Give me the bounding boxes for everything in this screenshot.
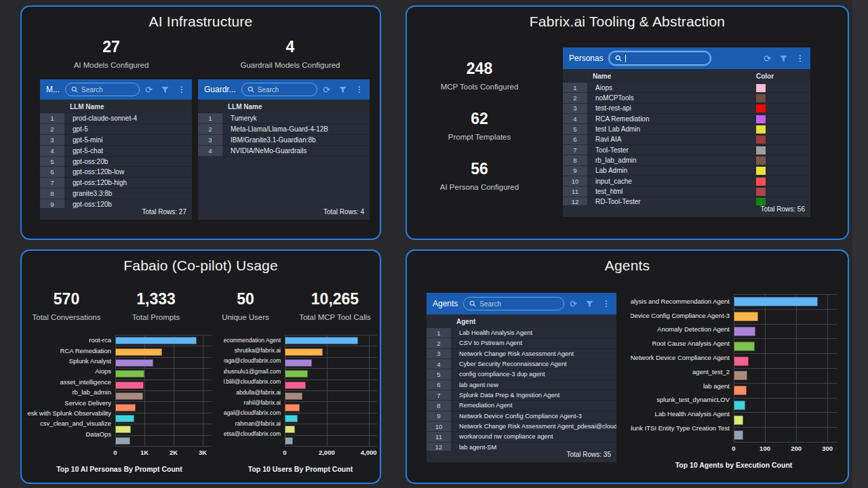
table-row[interactable]: 11test_html (563, 186, 810, 197)
table-row[interactable]: 2noMCPTools (563, 93, 810, 103)
chart-category-label: Splunk Analyst (27, 356, 115, 366)
bar[interactable] (734, 415, 743, 425)
table-row[interactable]: 7Splunk Data Prep & Ingestion Agent (427, 390, 616, 401)
search-input[interactable]: Search (241, 83, 317, 96)
search-input[interactable]: Search (65, 83, 140, 96)
bar[interactable] (285, 404, 300, 411)
search-input[interactable]: Search (463, 297, 564, 310)
chart-bar-row (115, 391, 212, 402)
bar[interactable] (115, 382, 144, 389)
bar[interactable] (115, 348, 162, 356)
bar[interactable] (285, 370, 308, 378)
bar[interactable] (734, 371, 747, 380)
refresh-icon[interactable]: ⟳ (323, 85, 330, 94)
table-row[interactable]: 10Network Change Risk Assessment Agent_p… (427, 422, 616, 432)
table-row[interactable]: 5test Lab Admin (563, 124, 810, 134)
table-row[interactable]: 12RD-Tool-Tester (563, 197, 810, 205)
kebab-menu-icon[interactable]: ⋮ (178, 85, 186, 94)
table-row[interactable]: 5gpt-oss:20b (40, 157, 192, 167)
table-row[interactable]: 9Network Device Config Compliance Agent-… (427, 411, 616, 422)
table-row[interactable]: 4gpt-5-chat (40, 146, 192, 157)
filter-icon[interactable] (161, 86, 169, 94)
table-row[interactable]: 5config compliance-3 dup agent (427, 369, 616, 380)
stat-ai-models: 27 AI Models Configured (22, 38, 201, 69)
bar[interactable] (115, 392, 143, 400)
refresh-icon[interactable]: ⟳ (764, 54, 771, 63)
color-chip (756, 136, 766, 144)
bar[interactable] (285, 382, 306, 389)
bar[interactable] (285, 426, 295, 433)
bar[interactable] (115, 426, 131, 433)
stat-label: Unique Users (222, 313, 269, 321)
table-row[interactable]: 9gpt-oss:120b (40, 199, 192, 208)
bar[interactable] (285, 415, 298, 422)
bar[interactable] (115, 404, 136, 411)
table-row[interactable]: 1Tumeryk (198, 113, 370, 124)
table-row[interactable]: 1Aiops (563, 83, 810, 93)
table-row[interactable]: 1Lab Health Analysis Agent (427, 328, 616, 338)
bar[interactable] (115, 415, 134, 422)
stat-value: 1,333 (136, 290, 176, 308)
table-row[interactable]: 3Network Change Risk Assessment Agent (427, 349, 616, 359)
bar[interactable] (734, 401, 745, 410)
bar[interactable] (734, 327, 755, 336)
row-label: CSV to Pstream Agent (451, 338, 616, 348)
table-row[interactable]: 2gpt-5 (40, 124, 192, 135)
bar[interactable] (734, 357, 749, 366)
refresh-icon[interactable]: ⟳ (570, 300, 577, 308)
bar[interactable] (115, 359, 153, 367)
row-label: lab agent new (451, 380, 616, 390)
table-row[interactable]: 7Tool-Tester (563, 145, 810, 155)
table-row[interactable]: 4RCA Remediation (563, 114, 810, 124)
kebab-menu-icon[interactable]: ⋮ (602, 300, 610, 308)
filter-icon[interactable] (339, 86, 347, 94)
kebab-menu-icon[interactable]: ⋮ (355, 85, 363, 94)
bar[interactable] (115, 337, 197, 344)
table-row[interactable]: 12lab agent-SM (427, 443, 616, 451)
table-row[interactable]: 11workaround nw compliance agent (427, 432, 616, 442)
table-row[interactable]: 2Meta-Llama/Llama-Guard-4-12B (198, 124, 370, 135)
bar[interactable] (285, 437, 293, 445)
chart-category-label: .hanagal@cloudfabrix.com (224, 408, 285, 418)
row-index: 9 (40, 199, 64, 208)
row-label: rb_lab_admin (587, 155, 810, 165)
toolbar-icons: ⟳ ⋮ (145, 85, 186, 94)
table-row[interactable]: 10input_cache (563, 176, 810, 186)
bar[interactable] (285, 359, 312, 367)
filter-icon[interactable] (780, 55, 787, 62)
table-row[interactable]: 6gpt-oss:120b-low (40, 167, 192, 178)
table-row[interactable]: 8Remediation Agent (427, 401, 616, 411)
table-row[interactable]: 3test-rest-api (563, 104, 810, 114)
chart-bar-row (115, 402, 212, 413)
bar[interactable] (115, 437, 130, 445)
bar[interactable] (734, 386, 747, 395)
bar[interactable] (734, 297, 818, 306)
bar[interactable] (734, 430, 743, 440)
table-row[interactable]: 4NVIDIA/NeMo-Guardrails (198, 146, 370, 157)
chart-bar-row (734, 354, 837, 369)
kebab-menu-icon[interactable]: ⋮ (796, 54, 804, 62)
table-row[interactable]: 3IBM/Granite3.1-Guardian:8b (198, 135, 370, 146)
row-index: 4 (198, 146, 222, 157)
bar[interactable] (734, 312, 758, 321)
bar[interactable] (115, 370, 144, 378)
bar[interactable] (285, 348, 323, 356)
bar[interactable] (285, 337, 358, 344)
table-row[interactable]: 1prod-claude-sonnet-4 (40, 113, 192, 124)
table-row[interactable]: 9Lab Admin (563, 166, 810, 176)
table-row[interactable]: 7gpt-oss:120b-high (40, 178, 192, 188)
bar[interactable] (734, 342, 755, 351)
table-row[interactable]: 2CSV to Pstream Agent (427, 338, 616, 348)
filter-icon[interactable] (586, 300, 593, 308)
table-row[interactable]: 8granite3.3:8b (40, 188, 192, 199)
refresh-icon[interactable]: ⟳ (145, 85, 153, 94)
search-input[interactable] (609, 52, 711, 65)
table-row[interactable]: 8rb_lab_admin (563, 155, 810, 165)
color-chip (756, 104, 766, 113)
table-row[interactable]: 4Cyber Security Reconnaissance Agent (427, 359, 616, 369)
table-row[interactable]: 3gpt-5-mini (40, 135, 192, 146)
row-label: Splunk Data Prep & Ingestion Agent (451, 390, 616, 401)
table-row[interactable]: 6Ravi AIA (563, 135, 810, 145)
table-row[interactable]: 6lab agent new (427, 380, 616, 390)
bar[interactable] (285, 392, 302, 400)
